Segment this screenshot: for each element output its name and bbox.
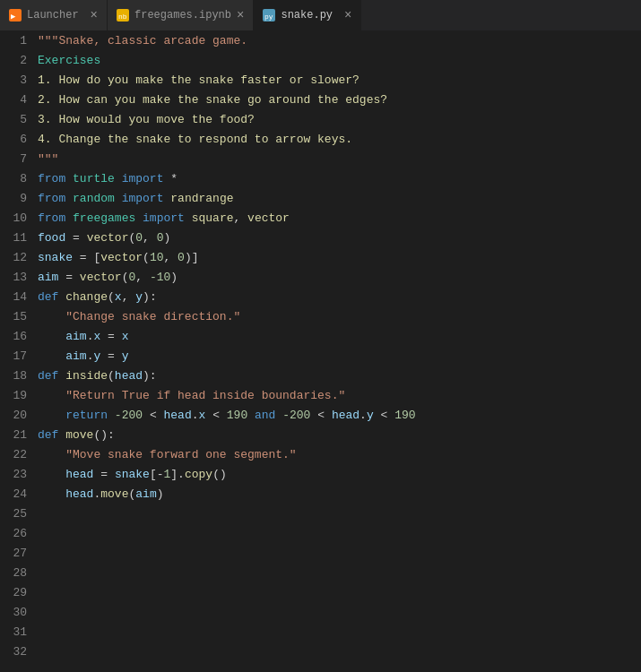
tab-snake-label: snake.py — [281, 9, 333, 22]
line-16: food = vector(0, 0) — [38, 228, 641, 248]
svg-text:py: py — [264, 13, 273, 21]
line-3: Exercises — [38, 51, 641, 71]
line-30: "Move snake forward one segment." — [38, 445, 641, 465]
freegames-icon: nb — [117, 9, 129, 22]
tab-launcher-close[interactable]: × — [91, 9, 98, 22]
line-8: 4. Change the snake to respond to arrow … — [38, 130, 641, 150]
line-18: aim = vector(0, -10) — [38, 268, 641, 288]
line-29: def move(): — [38, 426, 641, 445]
tab-freegames-close[interactable]: × — [237, 9, 244, 22]
line-17: snake = [vector(10, 0)] — [38, 248, 641, 268]
tab-freegames-label: freegames.ipynb — [134, 9, 231, 22]
line-12: from turtle import * — [38, 169, 641, 189]
line-14: from freegames import square, vector — [38, 209, 641, 228]
line-25: def inside(head): — [38, 366, 641, 386]
svg-text:▶: ▶ — [11, 13, 16, 22]
code-content[interactable]: """Snake, classic arcade game. Exercises… — [34, 31, 641, 672]
tab-snake-close[interactable]: × — [344, 9, 351, 22]
launcher-icon: ▶ — [9, 9, 22, 22]
tab-snake[interactable]: py snake.py × — [254, 0, 361, 30]
line-5: 1. How do you make the snake faster or s… — [38, 71, 641, 90]
tab-launcher[interactable]: ▶ Launcher × — [0, 0, 108, 30]
line-1: """Snake, classic arcade game. — [38, 31, 641, 51]
line-23: aim.y = y — [38, 347, 641, 366]
line-numbers: 1234 5678 9101112 13141516 17181920 2122… — [0, 31, 34, 672]
svg-text:nb: nb — [118, 13, 127, 21]
editor: 1234 5678 9101112 13141516 17181920 2122… — [0, 31, 641, 672]
line-32: head.move(aim) — [38, 485, 641, 504]
snake-icon: py — [263, 9, 275, 22]
line-13: from random import randrange — [38, 189, 641, 209]
line-26: "Return True if head inside boundaries." — [38, 386, 641, 406]
line-6: 2. How can you make the snake go around … — [38, 90, 641, 110]
tab-freegames[interactable]: nb freegames.ipynb × — [108, 0, 254, 30]
line-10: """ — [38, 150, 641, 169]
line-7: 3. How would you move the food? — [38, 110, 641, 130]
line-27: return -200 < head.x < 190 and -200 < he… — [38, 406, 641, 426]
line-21: "Change snake direction." — [38, 307, 641, 327]
line-20: def change(x, y): — [38, 288, 641, 307]
line-22: aim.x = x — [38, 327, 641, 347]
tab-launcher-label: Launcher — [27, 9, 79, 22]
tab-bar: ▶ Launcher × nb freegames.ipynb × py sna… — [0, 0, 641, 31]
line-31: head = snake[-1].copy() — [38, 465, 641, 485]
